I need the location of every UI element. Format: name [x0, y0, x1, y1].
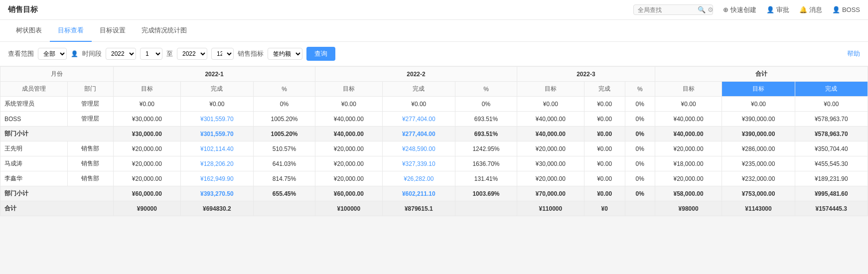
user-info[interactable]: 👤 BOSS — [832, 6, 860, 13]
table-cell: ¥578,963.70 — [795, 112, 868, 127]
table-cell: ¥0 — [584, 201, 625, 216]
page-title: 销售目标 — [8, 5, 38, 14]
table-cell: ¥0.00 — [517, 97, 584, 112]
table-cell: ¥350,704.40 — [795, 141, 868, 156]
person-icon: 👤 — [71, 50, 78, 57]
search-icon: 🔍 — [698, 6, 706, 13]
table-cell: 销售部 — [67, 156, 114, 171]
approval-label: 审批 — [776, 5, 789, 14]
tab-target-view[interactable]: 目标查看 — [50, 20, 92, 42]
table-cell: 1005.20% — [253, 127, 315, 141]
table-cell: ¥20,000.00 — [114, 156, 181, 171]
user-icon: 👤 — [832, 6, 840, 13]
table-cell: ¥60,000.00 — [315, 186, 383, 201]
app-header: 销售目标 🔍 ⚙ ⊕ 快速创建 👤 审批 🔔 消息 👤 BOSS — [0, 0, 868, 20]
table-cell: 0% — [625, 112, 655, 127]
table-cell: BOSS — [0, 112, 68, 127]
table-cell: ¥879615.1 — [382, 201, 455, 216]
filter-bar: 查看范围 全部 👤 时间段 2022 1 至 2022 12 销售指标 签约额 … — [0, 42, 868, 66]
table-cell: 0% — [625, 156, 655, 171]
table-cell: ¥602,211.10 — [382, 186, 455, 201]
table-cell: 0% — [625, 141, 655, 156]
table-cell: ¥0.00 — [584, 171, 625, 186]
table-row: 李鑫华销售部¥20,000.00¥162,949.90814.75%¥20,00… — [0, 171, 868, 186]
table-cell: ¥98000 — [655, 201, 722, 216]
table-cell: ¥26,282.00 — [382, 171, 455, 186]
table-cell: ¥58,000.00 — [655, 186, 722, 201]
table-cell: 0% — [625, 127, 655, 141]
table-row: 王先明销售部¥20,000.00¥102,114.40510.57%¥20,00… — [0, 141, 868, 156]
table-cell: ¥40,000.00 — [517, 112, 584, 127]
table-cell: ¥20,000.00 — [517, 141, 584, 156]
table-cell: ¥455,545.30 — [795, 156, 868, 171]
th-m3-done: 完成 — [584, 82, 625, 97]
table-cell: ¥20,000.00 — [655, 141, 722, 156]
table-cell — [253, 201, 315, 216]
page-container: 树状图表 目标查看 目标设置 完成情况统计图 查看范围 全部 👤 时间段 202… — [0, 20, 868, 216]
th-m3-pct: % — [625, 82, 655, 97]
table-cell: 0% — [625, 171, 655, 186]
table-cell: ¥100000 — [315, 201, 383, 216]
search-input[interactable] — [638, 6, 698, 13]
table-cell: 部门小计 — [0, 127, 114, 141]
table-cell: 马成涛 — [0, 156, 68, 171]
bell-icon: 🔔 — [799, 6, 807, 13]
table-cell: ¥327,339.10 — [382, 156, 455, 171]
table-cell: ¥753,000.00 — [722, 186, 795, 201]
table-cell: 销售部 — [67, 171, 114, 186]
tab-target-settings[interactable]: 目标设置 — [92, 20, 134, 42]
th-total-target: 目标 — [655, 82, 722, 97]
th-m1-done: 完成 — [180, 82, 253, 97]
table-cell: ¥110000 — [517, 201, 584, 216]
table-cell: ¥277,404.00 — [382, 127, 455, 141]
table-cell: ¥235,000.00 — [722, 156, 795, 171]
table-cell: ¥162,949.90 — [180, 171, 253, 186]
table-cell: 1636.70% — [455, 156, 517, 171]
tabs-bar: 树状图表 目标查看 目标设置 完成情况统计图 — [0, 20, 868, 42]
quick-create-action[interactable]: ⊕ 快速创建 — [723, 5, 756, 14]
table-cell: ¥0.00 — [655, 97, 722, 112]
th-m3-target: 目标 — [517, 82, 584, 97]
month-start-select[interactable]: 1 — [140, 48, 162, 60]
search-box[interactable]: 🔍 ⚙ — [633, 4, 713, 15]
tab-completion-chart[interactable]: 完成情况统计图 — [134, 20, 195, 42]
table-cell: ¥0.00 — [114, 97, 181, 112]
table-cell: 1003.69% — [455, 186, 517, 201]
message-action[interactable]: 🔔 消息 — [799, 5, 822, 14]
table-cell: 管理层 — [67, 97, 114, 112]
table-cell: 部门小计 — [0, 186, 114, 201]
th-total-target2: 目标 — [722, 82, 795, 97]
table-cell: ¥40,000.00 — [655, 112, 722, 127]
header-row-2: 成员管理 部门 目标 完成 % 目标 完成 % 目标 完成 % 目标 目标 完成 — [0, 82, 868, 97]
table-cell: ¥694830.2 — [180, 201, 253, 216]
tab-tree-chart[interactable]: 树状图表 — [8, 20, 50, 42]
range-select[interactable]: 全部 — [38, 48, 67, 60]
th-2022-2: 2022-2 — [315, 67, 517, 82]
table-cell: 655.45% — [253, 186, 315, 201]
table-cell: ¥60,000.00 — [114, 186, 181, 201]
table-cell: 1242.95% — [455, 141, 517, 156]
year-start-select[interactable]: 2022 — [106, 48, 136, 60]
th-total: 合计 — [655, 67, 868, 82]
user-name: BOSS — [842, 6, 860, 13]
indicator-select[interactable]: 签约额 — [268, 48, 302, 60]
table-cell: ¥301,559.70 — [180, 112, 253, 127]
table-cell: ¥393,270.50 — [180, 186, 253, 201]
total-row: 合计¥90000¥694830.2¥100000¥879615.1¥110000… — [0, 201, 868, 216]
table-cell: ¥578,963.70 — [795, 127, 868, 141]
subtotal-row: 部门小计¥60,000.00¥393,270.50655.45%¥60,000.… — [0, 186, 868, 201]
help-link[interactable]: 帮助 — [847, 49, 860, 58]
th-m2-pct: % — [455, 82, 517, 97]
plus-icon: ⊕ — [723, 6, 728, 13]
table-cell: ¥301,559.70 — [180, 127, 253, 141]
settings-icon[interactable]: ⚙ — [708, 6, 714, 13]
year-end-select[interactable]: 2022 — [177, 48, 207, 60]
table-cell: 131.41% — [455, 171, 517, 186]
table-cell: ¥20,000.00 — [517, 171, 584, 186]
table-cell: ¥102,114.40 — [180, 141, 253, 156]
query-button[interactable]: 查询 — [306, 47, 335, 61]
approval-action[interactable]: 👤 审批 — [766, 5, 789, 14]
table-cell: 销售部 — [67, 141, 114, 156]
table-row: 系统管理员管理层¥0.00¥0.000%¥0.00¥0.000%¥0.00¥0.… — [0, 97, 868, 112]
month-end-select[interactable]: 12 — [211, 48, 234, 60]
